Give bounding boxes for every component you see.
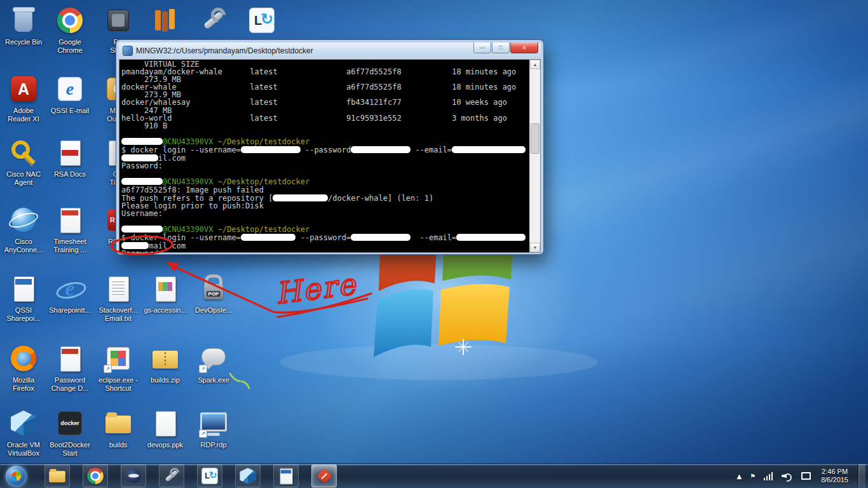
library-books-icon bbox=[150, 5, 180, 36]
desktop-icon-builds-folder[interactable]: builds bbox=[95, 408, 141, 449]
kitematic-icon: L bbox=[247, 5, 277, 36]
taskbar-item-windows-explorer[interactable] bbox=[44, 464, 70, 487]
volume-button[interactable] bbox=[780, 471, 794, 482]
icon-glyph: docker bbox=[60, 420, 79, 426]
terminal-line: Password: bbox=[121, 162, 529, 170]
terminal-window[interactable]: MINGW32:/c/Users/pmandayam/Desktop/testd… bbox=[116, 40, 543, 254]
desktop-icon-adobe-reader[interactable]: AAdobeReader XI bbox=[1, 74, 46, 123]
desktop-icon-label: QSSISharepoi... bbox=[6, 306, 40, 323]
sharepoint-icon: e bbox=[55, 273, 85, 304]
desktop-icon-recycle-bin[interactable]: Recycle Bin bbox=[1, 5, 46, 46]
desktop-icon-cisco-nac-agent[interactable]: Cisco NACAgent bbox=[1, 137, 46, 187]
eclipse-shortcut-icon: ↗ bbox=[103, 343, 133, 374]
terminal-line: hello-world latest 91c95931e552 3 months… bbox=[121, 114, 529, 122]
desktop-icon-google-chrome[interactable]: GoogleChrome bbox=[47, 5, 93, 55]
minimize-button[interactable]: — bbox=[473, 43, 491, 53]
taskbar-item-putty-tools[interactable] bbox=[159, 464, 184, 487]
desktop-icon-devops-pgp[interactable]: PGPDevOpsIe... bbox=[191, 273, 236, 315]
redaction-mark bbox=[351, 234, 410, 241]
taskbar-item-notepad[interactable] bbox=[273, 464, 299, 487]
desktop-icon-mozilla-firefox[interactable]: MozillaFirefox bbox=[1, 343, 46, 393]
builds-zip-icon bbox=[150, 343, 180, 374]
desktop-icon-timesheet-training[interactable]: TimesheetTraining ... bbox=[47, 205, 93, 254]
desktop-icon-gs-accessing[interactable]: gs-accessin... bbox=[142, 273, 188, 315]
redaction-mark bbox=[121, 138, 163, 145]
timesheet-training-icon bbox=[55, 205, 85, 235]
cisco-anyconnect-icon bbox=[8, 205, 39, 235]
terminal-body[interactable]: VIRTUAL SIZEpmandayam/docker-whale lates… bbox=[119, 59, 541, 253]
signal-strength-button[interactable] bbox=[763, 471, 775, 482]
taskbar-item-eclipse[interactable] bbox=[121, 464, 146, 487]
terminal-line: il.com bbox=[121, 154, 529, 162]
redaction-mark bbox=[452, 146, 526, 153]
desktop-icon-label: devops.ppk bbox=[147, 441, 183, 449]
taskbar-item-oracle-virtualbox[interactable] bbox=[235, 464, 261, 487]
start-button[interactable] bbox=[4, 464, 28, 488]
terminal-line: a6f77d5525f8: Image push failed bbox=[121, 186, 529, 194]
network-button[interactable] bbox=[799, 471, 811, 481]
terminal-line: mail.com bbox=[121, 241, 529, 250]
desktop-icon-sharepoint[interactable]: eSharepointt... bbox=[47, 273, 93, 315]
clock-time: 2:46 PM bbox=[821, 468, 848, 476]
desktop-icon-label: Boot2DockerStart bbox=[50, 441, 90, 458]
system-tray: ▲⚑ 2:46 PM 8/6/2015 bbox=[736, 464, 868, 488]
desktop-icon-rsa-docs[interactable]: RSA Docs bbox=[47, 137, 93, 179]
terminal-line: $ docker login --username= --password --… bbox=[121, 146, 529, 154]
desktop-icon-cisco-anyconnect[interactable]: CiscoAnyConne... bbox=[1, 205, 46, 254]
desktop-icon-stackoverflow-email[interactable]: Stackoverf...Email.txt bbox=[95, 273, 141, 323]
desktop-icon-kitematic[interactable]: L bbox=[239, 5, 285, 38]
desktop-icon-label: builds.zip bbox=[151, 376, 180, 384]
qssi-email-icon: e bbox=[55, 74, 85, 104]
action-center-flag-button[interactable]: ⚑ bbox=[749, 471, 757, 481]
terminal-scrollbar[interactable]: ▲ ▼ bbox=[529, 60, 540, 252]
terminal-line bbox=[121, 217, 529, 225]
show-hidden-icons-icon: ▲ bbox=[737, 473, 742, 480]
desktop-icon-password-change-doc[interactable]: PasswordChange D... bbox=[47, 343, 93, 393]
clock-date: 8/6/2015 bbox=[821, 476, 848, 484]
shortcut-arrow-icon: ↗ bbox=[104, 365, 112, 373]
icon-glyph: L bbox=[205, 471, 210, 481]
clock[interactable]: 2:46 PM 8/6/2015 bbox=[817, 468, 852, 484]
scroll-down-icon[interactable]: ▼ bbox=[530, 243, 540, 252]
desktop-icon-library-books[interactable] bbox=[142, 5, 188, 38]
desktop-icon-label: QSSI E-mail bbox=[51, 107, 90, 115]
show-hidden-icons-button[interactable]: ▲ bbox=[736, 471, 743, 481]
desktop-icon-builds-zip[interactable]: builds.zip bbox=[142, 343, 188, 384]
devops-ppk-icon bbox=[150, 408, 180, 438]
desktop-icon-label: Recycle Bin bbox=[5, 38, 42, 46]
desktop-icon-boot2docker-start[interactable]: dockerBoot2DockerStart bbox=[47, 408, 93, 458]
desktop-icon-label: AdobeReader XI bbox=[8, 107, 39, 123]
spark-exe-icon: ↗ bbox=[198, 343, 229, 374]
taskbar-item-kitematic[interactable]: L bbox=[197, 464, 222, 487]
desktop-icon-label: DevOpsIe... bbox=[195, 306, 232, 315]
close-button[interactable]: × bbox=[510, 43, 538, 53]
terminal-titlebar[interactable]: MINGW32:/c/Users/pmandayam/Desktop/testd… bbox=[119, 43, 541, 59]
terminal-line: 910 B bbox=[121, 122, 529, 130]
desktop-icon-rdp-file[interactable]: ↗RDP.rdp bbox=[191, 408, 236, 449]
show-desktop-button[interactable] bbox=[858, 464, 865, 488]
terminal-title: MINGW32:/c/Users/pmandayam/Desktop/testd… bbox=[136, 46, 313, 55]
redaction-mark bbox=[273, 194, 328, 201]
putty-tools-icon bbox=[198, 5, 229, 36]
icon-glyph: PGP bbox=[207, 291, 221, 297]
desktop-icon-qssi-email[interactable]: eQSSI E-mail bbox=[47, 74, 93, 115]
shr-app-icon bbox=[103, 5, 133, 36]
scrollbar-thumb[interactable] bbox=[531, 123, 539, 154]
window-controls: — □ × bbox=[473, 43, 538, 53]
qssi-sharepoint-icon bbox=[8, 273, 39, 304]
desktop-icon-devops-ppk[interactable]: devops.ppk bbox=[142, 408, 188, 449]
rdp-file-icon: ↗ bbox=[198, 408, 229, 438]
maximize-button[interactable]: □ bbox=[492, 43, 510, 53]
volume-icon bbox=[782, 472, 792, 480]
scroll-up-icon[interactable]: ▲ bbox=[530, 60, 540, 69]
desktop-icon-qssi-sharepoint[interactable]: QSSISharepoi... bbox=[1, 273, 46, 323]
desktop-icon-oracle-virtualbox[interactable]: Oracle VMVirtualBox bbox=[1, 408, 46, 458]
desktop-icon-putty-tools[interactable] bbox=[191, 5, 236, 38]
taskbar-item-git-bash[interactable] bbox=[311, 464, 337, 487]
tray-icons: ▲⚑ bbox=[736, 471, 812, 482]
desktop-icon-spark-exe[interactable]: ↗Spark.exe bbox=[191, 343, 236, 384]
taskbar-item-google-chrome[interactable] bbox=[83, 464, 108, 487]
desktop-icon-eclipse-shortcut[interactable]: ↗eclipse.exe -Shortcut bbox=[95, 343, 141, 393]
boot2docker-start-icon: docker bbox=[55, 408, 85, 438]
builds-folder-icon bbox=[103, 408, 133, 438]
